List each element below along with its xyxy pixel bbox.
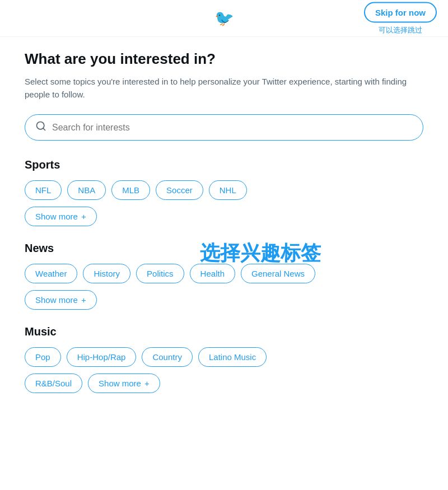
music-section-title: Music	[25, 325, 423, 338]
news-tags-row: Weather History Politics Health General …	[25, 264, 423, 283]
news-show-more-icon: +	[81, 295, 86, 305]
twitter-logo-icon: 🐦	[214, 9, 234, 27]
section-news: News Weather History Politics Health Gen…	[25, 242, 423, 310]
news-show-more-label: Show more	[35, 295, 78, 305]
music-show-more-label: Show more	[99, 379, 141, 388]
section-music: Music Pop Hip-Hop/Rap Country Latino Mus…	[25, 325, 423, 393]
sports-show-more-row: Show more +	[25, 207, 423, 226]
tag-latino-music[interactable]: Latino Music	[198, 347, 267, 367]
tag-history[interactable]: History	[83, 264, 130, 283]
tag-mlb[interactable]: MLB	[111, 180, 150, 200]
page-description: Select some topics you're interested in …	[25, 76, 417, 101]
skip-button[interactable]: Skip for now	[364, 2, 437, 22]
tag-general-news[interactable]: General News	[241, 264, 315, 283]
tag-hip-hop-rap[interactable]: Hip-Hop/Rap	[67, 347, 137, 367]
sports-show-more-icon: +	[81, 212, 86, 221]
sports-tags-row: NFL NBA MLB Soccer NHL	[25, 180, 423, 200]
tag-nba[interactable]: NBA	[67, 180, 106, 200]
tag-weather[interactable]: Weather	[25, 264, 77, 283]
tag-rnb-soul[interactable]: R&B/Soul	[25, 374, 82, 393]
tag-pop[interactable]: Pop	[25, 347, 61, 367]
skip-subtitle: 可以选择跳过	[379, 25, 422, 35]
sports-show-more-button[interactable]: Show more +	[25, 207, 97, 226]
search-bar	[25, 114, 423, 141]
sports-section-title: Sports	[25, 158, 423, 171]
page-title: What are you interested in?	[25, 50, 423, 68]
search-icon	[35, 120, 46, 134]
svg-line-1	[43, 128, 45, 130]
tag-nhl[interactable]: NHL	[209, 180, 247, 200]
header: 🐦 Skip for now 可以选择跳过	[0, 0, 448, 37]
skip-area: Skip for now 可以选择跳过	[364, 2, 437, 35]
news-section-title: News	[25, 242, 423, 255]
section-sports: Sports NFL NBA MLB Soccer NHL Show more …	[25, 158, 423, 226]
music-extra-row: R&B/Soul Show more +	[25, 374, 423, 393]
music-show-more-icon: +	[144, 379, 150, 388]
music-tags-row: Pop Hip-Hop/Rap Country Latino Music	[25, 347, 423, 367]
music-show-more-button[interactable]: Show more +	[88, 374, 160, 393]
main-content: What are you interested in? Select some …	[0, 37, 448, 431]
sports-show-more-label: Show more	[35, 212, 78, 221]
tag-health[interactable]: Health	[190, 264, 235, 283]
tag-soccer[interactable]: Soccer	[156, 180, 203, 200]
news-show-more-row: Show more +	[25, 290, 423, 310]
search-input[interactable]	[52, 123, 413, 133]
news-show-more-button[interactable]: Show more +	[25, 290, 97, 310]
tag-politics[interactable]: Politics	[136, 264, 184, 283]
tag-nfl[interactable]: NFL	[25, 180, 62, 200]
tag-country[interactable]: Country	[142, 347, 193, 367]
